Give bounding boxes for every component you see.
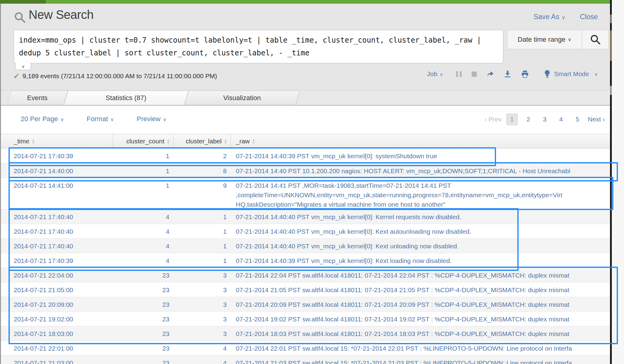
raw-line: HQ,taskDescription="Migrates a virtual m… <box>236 200 609 209</box>
column-label: _raw <box>236 138 250 145</box>
cell-raw: 07-21-2014 22:04 PST sw.altf4.local 4180… <box>231 268 610 279</box>
cell-cluster-label: 1 <box>174 253 231 264</box>
table-row[interactable]: 2014-07-21 17:40:40 4 1 07-21-2014 14:40… <box>0 224 610 238</box>
cell-raw: 07-21-2014 14:40:40 PST vm_mcp_uk kernel… <box>231 239 610 250</box>
query-line-1: index=mmo_ops | cluster t=0.7 showcount=… <box>19 34 498 47</box>
cell-cluster-count: 23 <box>113 326 174 338</box>
tab-statistics[interactable]: Statistics (87) <box>64 91 189 105</box>
cell-time: 2014-07-21 20:09:00 <box>0 297 113 308</box>
cell-cluster-count: 23 <box>113 268 174 279</box>
search-query-input[interactable]: index=mmo_ops | cluster t=0.7 showcount=… <box>14 30 503 63</box>
tab-events[interactable]: Events <box>7 91 68 105</box>
cell-cluster-label: 4 <box>174 341 231 352</box>
sort-icon <box>32 138 34 144</box>
cell-raw: 07-21-2014 18:03 PST sw.altf4.local 4180… <box>231 326 610 338</box>
search-icon <box>13 11 26 24</box>
search-assistant-toggle[interactable] <box>15 63 31 70</box>
raw-line: 07-21-2014 14:41 PST ,MOR=task-19083,sta… <box>236 181 609 190</box>
cell-raw: 07-21-2014 14:41 PST ,MOR=task-19083,sta… <box>231 178 610 209</box>
search-mode-label: Smart Mode <box>554 70 589 78</box>
chevron-down-icon <box>594 72 598 77</box>
cell-cluster-label: 2 <box>174 149 231 160</box>
page-5-button[interactable]: 5 <box>571 113 583 125</box>
pause-button[interactable] <box>455 71 463 77</box>
run-search-button[interactable] <box>582 30 608 49</box>
success-check-icon <box>13 72 20 80</box>
tab-statistics-label: Statistics (87) <box>106 94 146 102</box>
cell-cluster-count: 1 <box>113 163 174 175</box>
table-row[interactable]: 2014-07-21 17:40:39 4 1 07-21-2014 14:40… <box>0 253 610 268</box>
cell-raw: 07-21-2014 21:05 PST sw.altf4.local 4180… <box>231 282 610 294</box>
print-icon <box>521 70 529 78</box>
table-row[interactable]: 2014-07-21 21:05:00 23 3 07-21-2014 21:0… <box>0 282 610 297</box>
column-header-cluster-count[interactable]: cluster_count <box>113 134 174 148</box>
print-button[interactable] <box>521 70 529 78</box>
table-row[interactable]: 2014-07-21 21:03:00 23 4 07-21-2014 21:0… <box>0 355 610 364</box>
per-page-menu[interactable]: 20 Per Page <box>21 115 64 123</box>
prev-page-button[interactable]: ‹ Prev <box>485 116 502 123</box>
results-controls: 20 Per Page Format Preview <box>21 115 166 123</box>
table-row[interactable]: 2014-07-21 17:40:40 4 1 07-21-2014 14:40… <box>0 209 610 224</box>
page-1-button[interactable]: 1 <box>506 113 518 125</box>
column-header-raw[interactable]: _raw <box>231 134 610 148</box>
raw-line: ,completeTime=UNKNOWN,entity=vm_mcp_uk,s… <box>236 190 609 200</box>
save-as-button[interactable]: Save As <box>534 13 565 21</box>
job-controls: Job Smart Mo <box>427 69 598 79</box>
cell-time: 2014-07-21 17:40:40 <box>0 239 113 250</box>
cell-raw: 07-21-2014 14:40:40 PST vm_mcp_uk kernel… <box>231 224 610 235</box>
cell-cluster-label: 9 <box>174 178 231 189</box>
cell-time: 2014-07-21 14:41:00 <box>0 178 113 189</box>
cell-raw: 07-21-2014 20:09 PST sw.altf4.local 4180… <box>231 297 610 308</box>
table-row[interactable]: 2014-07-21 19:02:00 23 3 07-21-2014 19:0… <box>0 311 610 326</box>
cell-time: 2014-07-21 17:40:39 <box>0 253 113 264</box>
page-4-button[interactable]: 4 <box>555 113 567 125</box>
next-page-button[interactable]: Next › <box>588 116 605 123</box>
search-mode-menu[interactable]: Smart Mode <box>543 69 598 79</box>
column-label: _time <box>14 138 29 145</box>
table-row[interactable]: 2014-07-21 14:40:00 1 8 07-21-2014 14:40… <box>0 163 610 178</box>
table-row[interactable]: 2014-07-21 17:40:40 4 1 07-21-2014 14:40… <box>0 238 610 253</box>
export-button[interactable] <box>504 70 512 78</box>
cell-raw: 07-21-2014 19:02 PST sw.altf4.local 4180… <box>231 312 610 323</box>
table-row[interactable]: 2014-07-21 14:41:00 1 9 07-21-2014 14:41… <box>0 178 610 209</box>
cell-cluster-count: 4 <box>113 239 174 250</box>
cell-raw: 07-21-2014 14:40:39 PST vm_mcp_uk kernel… <box>231 149 610 160</box>
cell-time: 2014-07-21 17:40:40 <box>0 209 113 221</box>
table-row[interactable]: 2014-07-21 20:09:00 23 3 07-21-2014 20:0… <box>0 297 610 311</box>
job-menu[interactable]: Job <box>427 70 443 78</box>
table-row[interactable]: 2014-07-21 18:03:00 23 3 07-21-2014 18:0… <box>0 326 610 341</box>
cell-cluster-count: 4 <box>113 224 174 235</box>
sort-icon <box>167 138 169 144</box>
lightbulb-icon <box>543 69 551 79</box>
column-header-time[interactable]: _time <box>0 134 113 148</box>
cell-cluster-label: 3 <box>174 268 231 279</box>
chevron-down-icon <box>163 117 166 122</box>
tab-visualization[interactable]: Visualization <box>184 91 300 105</box>
cell-time: 2014-07-21 17:40:40 <box>0 224 113 235</box>
time-range-group: Date time range <box>507 30 609 49</box>
close-button[interactable]: Close <box>580 13 598 21</box>
page-3-button[interactable]: 3 <box>539 113 551 125</box>
results-table-header: _time cluster_count cluster_label _raw <box>0 134 610 149</box>
cell-cluster-label: 1 <box>174 209 231 221</box>
column-header-cluster-label[interactable]: cluster_label <box>174 134 231 148</box>
results-tabbar: Events Statistics (87) Visualization <box>0 90 610 106</box>
cell-cluster-count: 23 <box>113 355 174 364</box>
cell-time: 2014-07-21 21:03:00 <box>0 355 113 364</box>
sort-icon <box>225 138 226 144</box>
table-row[interactable]: 2014-07-21 17:40:39 1 2 07-21-2014 14:40… <box>0 149 610 163</box>
cell-raw: 07-21-2014 22:01 PST sw.altf4.local 15: … <box>231 341 610 352</box>
share-button[interactable] <box>486 70 495 78</box>
preview-menu[interactable]: Preview <box>137 115 167 123</box>
cell-cluster-label: 8 <box>174 163 231 175</box>
save-as-label: Save As <box>534 13 559 21</box>
time-range-picker[interactable]: Date time range <box>507 30 582 49</box>
table-row[interactable]: 2014-07-21 22:04:00 23 3 07-21-2014 22:0… <box>0 268 610 282</box>
cell-time: 2014-07-21 14:40:00 <box>0 163 113 175</box>
format-menu[interactable]: Format <box>87 115 114 123</box>
stop-button[interactable] <box>472 72 477 77</box>
chevron-down-icon <box>60 117 64 122</box>
page-2-button[interactable]: 2 <box>522 113 534 125</box>
per-page-label: 20 Per Page <box>21 115 58 123</box>
table-row[interactable]: 2014-07-21 22:01:00 23 4 07-21-2014 22:0… <box>0 341 610 355</box>
